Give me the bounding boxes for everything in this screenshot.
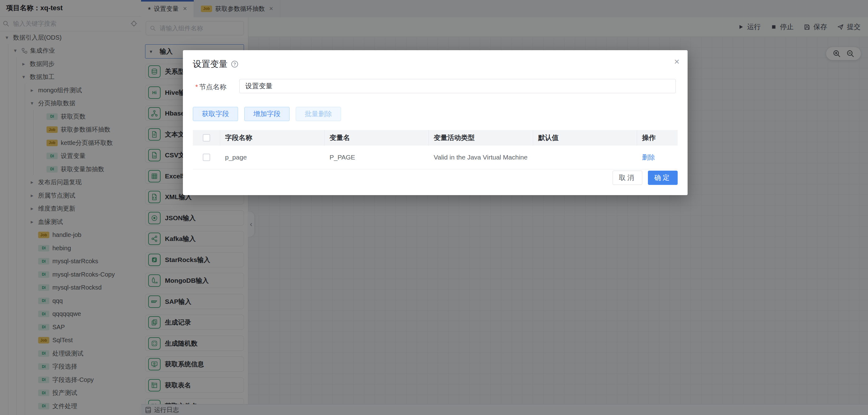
delete-row-link[interactable]: 删除 <box>642 153 655 162</box>
get-fields-button[interactable]: 获取字段 <box>193 107 238 121</box>
row-checkbox[interactable] <box>203 153 210 161</box>
col-variable-name: 变量名 <box>324 130 429 145</box>
cell-field-name: p_page <box>220 145 324 169</box>
dialog-action-buttons: 获取字段增加字段批量删除 <box>193 107 341 121</box>
node-name-field-label: * 节点名称 <box>195 82 227 92</box>
add-field-button[interactable]: 增加字段 <box>244 107 289 121</box>
dialog-footer: 取消 确定 <box>613 171 678 185</box>
col-field-name: 字段名称 <box>220 130 324 145</box>
help-icon[interactable]: ? <box>230 60 239 68</box>
cell-variable-name: P_PAGE <box>324 145 429 169</box>
variable-table-row-0: p_pageP_PAGEValid in the Java Virtual Ma… <box>193 145 678 169</box>
col-action: 操作 <box>637 130 678 145</box>
svg-text:?: ? <box>234 62 236 67</box>
cell-default-value <box>533 145 637 169</box>
required-asterisk: * <box>195 83 198 91</box>
batch-delete-button: 批量删除 <box>296 107 341 121</box>
cell-variable-scope: Valid in the Java Virtual Machine <box>429 145 533 169</box>
select-all-checkbox[interactable] <box>203 134 210 142</box>
ok-button[interactable]: 确定 <box>648 171 678 185</box>
app-root: 项目名称：xq-test ▾数据引入层(ODS)▾集成作业▸数据同步▾数据加工▸… <box>0 0 868 415</box>
col-default-value: 默认值 <box>533 130 637 145</box>
variable-table: 字段名称 变量名 变量活动类型 默认值 操作 p_pageP_PAGEValid… <box>193 130 678 169</box>
dialog-title: 设置变量 <box>193 58 227 70</box>
variable-table-body: p_pageP_PAGEValid in the Java Virtual Ma… <box>193 145 678 169</box>
cancel-button[interactable]: 取消 <box>613 171 642 185</box>
variable-table-header: 字段名称 变量名 变量活动类型 默认值 操作 <box>193 130 678 145</box>
close-icon[interactable]: × <box>674 57 680 66</box>
col-variable-scope: 变量活动类型 <box>429 130 533 145</box>
set-variable-dialog: 设置变量 ? × * 节点名称 获取字段增加字段批量删除 字段名称 变量名 变量… <box>183 50 688 195</box>
node-name-input[interactable] <box>239 79 676 93</box>
